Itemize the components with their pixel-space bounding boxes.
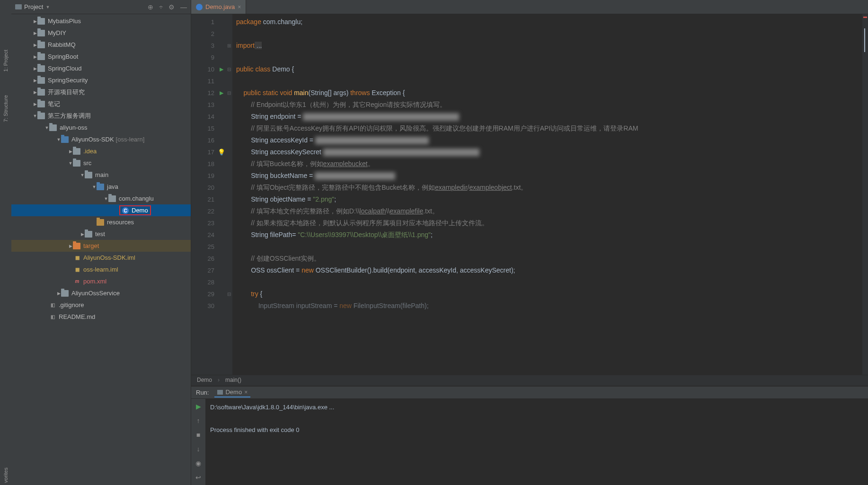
gear-icon[interactable]: ⚙	[168, 3, 175, 11]
marker-bar[interactable]	[862, 14, 868, 375]
run-label: Run:	[194, 389, 211, 396]
breadcrumb: Demo › main()	[191, 375, 868, 386]
error-marker[interactable]	[863, 17, 867, 18]
tree-item-aliyunoss[interactable]: ▼aliyun-oss	[11, 122, 191, 133]
left-tool-rail: 1: Project 7: Structure vorites	[0, 0, 11, 485]
project-title[interactable]: Project ▼	[15, 3, 50, 10]
project-panel: Project ▼ ⊕ ÷ ⚙ — ▶MybatisPlus ▶MyDIY ▶R…	[11, 0, 191, 485]
structure-rail-label[interactable]: 7: Structure	[3, 93, 9, 124]
tree-item-springsec[interactable]: ▶SpringSecurity	[11, 74, 191, 86]
close-icon[interactable]: ×	[238, 4, 241, 10]
gutter-icons: ▶ ▶ 💡	[217, 14, 226, 375]
tree-item-iml1[interactable]: ▦AliyunOss-SDK.iml	[11, 252, 191, 264]
line-numbers: 1239101112131415161718192021222324252627…	[191, 14, 217, 375]
java-icon	[196, 4, 203, 10]
down-icon[interactable]: ↓	[197, 445, 200, 453]
tree-item-mydiy[interactable]: ▶MyDIY	[11, 27, 191, 39]
tree-item-notes[interactable]: ▶笔记	[11, 98, 191, 110]
project-tree[interactable]: ▶MybatisPlus ▶MyDIY ▶RabbitMQ ▶SpringBoo…	[11, 14, 191, 485]
tree-item-pkg[interactable]: ▼com.changlu	[11, 193, 191, 204]
tree-item-idea[interactable]: ▶.idea	[11, 145, 191, 157]
run-gutter-icon[interactable]: ▶	[217, 87, 226, 99]
rerun-icon[interactable]: ▶	[196, 403, 201, 410]
run-toolbar: ▶ ↑ ■ ↓ ◉ ↩	[191, 399, 205, 485]
console-output[interactable]: D:\software\Java\jdk1.8.0_144\bin\java.e…	[205, 399, 868, 485]
tree-item-springboot[interactable]: ▶SpringBoot	[11, 51, 191, 62]
tree-item-java[interactable]: ▼java	[11, 181, 191, 193]
favorites-rail-label[interactable]: vorites	[3, 465, 9, 485]
tree-item-sdk[interactable]: ▼AliyunOss-SDK[oss-learn]	[11, 133, 191, 145]
tree-item-resources[interactable]: ▶resources	[11, 216, 191, 228]
run-tab-demo[interactable]: Demo ×	[214, 388, 250, 397]
tree-item-research[interactable]: ▶开源项目研究	[11, 86, 191, 98]
tree-item-rabbitmq[interactable]: ▶RabbitMQ	[11, 39, 191, 51]
editor-tabs: Demo.java ×	[191, 0, 868, 14]
fold-column[interactable]: ⊞ ⊟ ⊟ ⊟	[226, 14, 232, 375]
stop-icon[interactable]: ■	[196, 431, 200, 439]
divide-icon[interactable]: ÷	[159, 3, 163, 11]
run-gutter-icon[interactable]: ▶	[217, 63, 226, 75]
tree-item-test[interactable]: ▶test	[11, 228, 191, 240]
code-area[interactable]: package com.changlu; import ... public c…	[232, 14, 862, 375]
camera-icon[interactable]: ◉	[195, 459, 201, 467]
tree-item-main[interactable]: ▼main	[11, 169, 191, 181]
collapse-icon[interactable]: —	[180, 3, 187, 11]
wrap-icon[interactable]: ↩	[195, 474, 201, 481]
tree-item-pom[interactable]: mpom.xml	[11, 275, 191, 287]
tree-item-service[interactable]: ▶AliyunOssService	[11, 287, 191, 299]
breadcrumb-main[interactable]: main()	[225, 377, 241, 384]
tree-item-thirdparty[interactable]: ▼第三方服务调用	[11, 110, 191, 122]
breadcrumb-demo[interactable]: Demo	[197, 377, 212, 384]
tree-item-target[interactable]: ▶target	[11, 240, 191, 252]
editor[interactable]: 1239101112131415161718192021222324252627…	[191, 14, 868, 375]
project-rail-label[interactable]: 1: Project	[3, 47, 9, 74]
scroll-marker	[864, 28, 865, 52]
tree-item-iml2[interactable]: ▦oss-learn.iml	[11, 264, 191, 275]
tree-item-mybatis[interactable]: ▶MybatisPlus	[11, 15, 191, 27]
tree-item-springcloud[interactable]: ▶SpringCloud	[11, 62, 191, 74]
project-header: Project ▼ ⊕ ÷ ⚙ —	[11, 0, 191, 14]
close-icon[interactable]: ×	[244, 389, 248, 396]
tree-item-readme[interactable]: ▶◧README.md	[11, 311, 191, 323]
tab-label: Demo.java	[205, 3, 235, 10]
target-icon[interactable]: ⊕	[148, 3, 153, 11]
run-panel: Run: Demo × ▶ ↑ ■ ↓ ◉ ↩ D:\software\Java	[191, 386, 868, 485]
tree-item-gitignore[interactable]: ▶◧.gitignore	[11, 299, 191, 311]
tree-item-src[interactable]: ▼src	[11, 157, 191, 169]
bulb-icon[interactable]: 💡	[217, 146, 226, 158]
up-icon[interactable]: ↑	[197, 417, 200, 424]
tab-demo[interactable]: Demo.java ×	[191, 0, 246, 14]
tree-item-demo[interactable]: ▶CDemo	[11, 204, 191, 216]
